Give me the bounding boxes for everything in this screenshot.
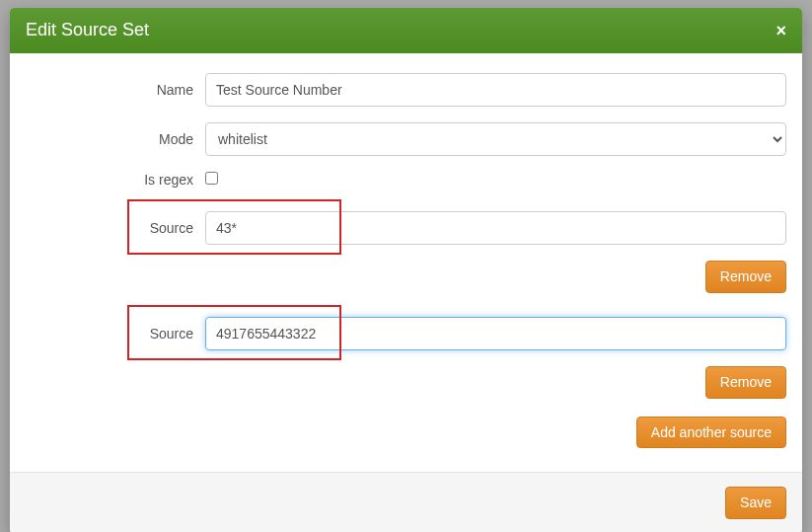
modal-header: Edit Source Set × [10, 8, 802, 53]
source-label: Source [26, 326, 205, 342]
is-regex-row: Is regex [26, 172, 786, 188]
source-row: Source [26, 309, 786, 358]
edit-source-set-modal: Edit Source Set × Name Mode whitelist Is… [10, 8, 802, 532]
name-input-cell [205, 73, 786, 107]
source-group-1: Source Remove [26, 309, 786, 399]
modal-footer: Save [10, 472, 802, 532]
is-regex-label: Is regex [26, 172, 205, 188]
mode-select-cell: whitelist [205, 122, 786, 156]
remove-row-1: Remove [26, 366, 786, 399]
name-row: Name [26, 73, 786, 107]
add-another-row: Add another source [26, 417, 786, 449]
add-another-source-button[interactable]: Add another source [636, 417, 786, 449]
remove-row-0: Remove [26, 261, 786, 293]
source-group-0: Source Remove [26, 203, 786, 293]
mode-label: Mode [26, 131, 205, 147]
source-input-cell [205, 317, 786, 350]
remove-button[interactable]: Remove [705, 366, 786, 399]
source-row: Source [26, 203, 786, 253]
name-label: Name [26, 82, 205, 98]
mode-row: Mode whitelist [26, 122, 786, 156]
name-input[interactable] [205, 73, 786, 107]
source-label: Source [26, 220, 205, 236]
source-input-0[interactable] [205, 211, 786, 245]
modal-body: Name Mode whitelist Is regex Source [10, 53, 802, 472]
remove-button[interactable]: Remove [705, 261, 786, 293]
close-icon[interactable]: × [775, 22, 786, 39]
source-input-cell [205, 211, 786, 245]
source-input-1[interactable] [205, 317, 786, 350]
mode-select[interactable]: whitelist [205, 122, 786, 156]
is-regex-checkbox[interactable] [205, 172, 218, 185]
save-button[interactable]: Save [725, 487, 786, 519]
modal-title: Edit Source Set [26, 20, 149, 40]
is-regex-input-cell [205, 172, 786, 188]
